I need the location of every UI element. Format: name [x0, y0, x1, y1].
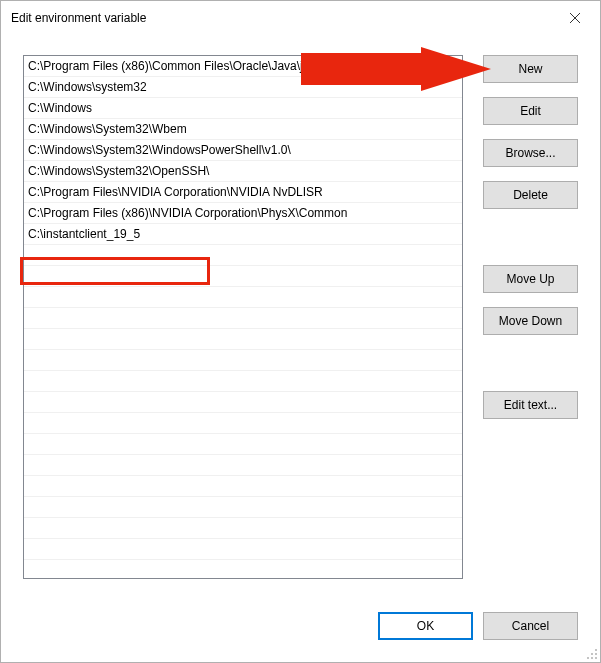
list-item[interactable]: C:\Windows\System32\WindowsPowerShell\v1… [24, 140, 462, 161]
move-up-button[interactable]: Move Up [483, 265, 578, 293]
svg-point-8 [595, 657, 597, 659]
ok-button[interactable]: OK [378, 612, 473, 640]
edit-text-button[interactable]: Edit text... [483, 391, 578, 419]
list-item-empty[interactable]: . [24, 434, 462, 455]
list-item-empty[interactable]: . [24, 350, 462, 371]
list-item[interactable]: C:\Program Files\NVIDIA Corporation\NVID… [24, 182, 462, 203]
list-item[interactable]: C:\Program Files (x86)\NVIDIA Corporatio… [24, 203, 462, 224]
list-item[interactable]: C:\Windows\System32\Wbem [24, 119, 462, 140]
browse-button[interactable]: Browse... [483, 139, 578, 167]
button-column: New Edit Browse... Delete Move Up Move D… [483, 55, 578, 419]
list-item[interactable]: C:\instantclient_19_5 [24, 224, 462, 245]
svg-point-5 [595, 653, 597, 655]
resize-grip-icon[interactable] [586, 648, 598, 660]
list-item-empty[interactable]: . [24, 476, 462, 497]
window-title: Edit environment variable [11, 11, 552, 25]
move-down-button[interactable]: Move Down [483, 307, 578, 335]
footer-buttons: OK Cancel [378, 612, 578, 640]
list-item[interactable]: C:\Program Files (x86)\Common Files\Orac… [24, 56, 462, 77]
svg-point-7 [591, 657, 593, 659]
list-item-empty[interactable]: . [24, 329, 462, 350]
close-icon [570, 13, 580, 23]
list-item-empty[interactable]: . [24, 245, 462, 266]
list-item-empty[interactable]: . [24, 518, 462, 539]
titlebar: Edit environment variable [1, 1, 600, 35]
list-item-empty[interactable]: . [24, 308, 462, 329]
dialog-window: Edit environment variable C:\Program Fil… [0, 0, 601, 663]
list-item-empty[interactable]: . [24, 392, 462, 413]
svg-point-6 [587, 657, 589, 659]
list-item-empty[interactable]: . [24, 371, 462, 392]
list-item-empty[interactable]: . [24, 287, 462, 308]
list-item[interactable]: C:\Windows\System32\OpenSSH\ [24, 161, 462, 182]
edit-button[interactable]: Edit [483, 97, 578, 125]
list-item[interactable]: C:\Windows\system32 [24, 77, 462, 98]
new-button[interactable]: New [483, 55, 578, 83]
list-item-empty[interactable]: . [24, 497, 462, 518]
list-item-empty[interactable]: . [24, 539, 462, 560]
close-button[interactable] [552, 3, 598, 33]
svg-point-4 [591, 653, 593, 655]
cancel-button[interactable]: Cancel [483, 612, 578, 640]
list-item[interactable]: C:\Windows [24, 98, 462, 119]
list-item-empty[interactable]: . [24, 266, 462, 287]
delete-button[interactable]: Delete [483, 181, 578, 209]
content-area: C:\Program Files (x86)\Common Files\Orac… [23, 55, 578, 640]
list-item-empty[interactable]: . [24, 455, 462, 476]
list-item-empty[interactable]: . [24, 413, 462, 434]
svg-point-3 [595, 649, 597, 651]
path-listbox[interactable]: C:\Program Files (x86)\Common Files\Orac… [23, 55, 463, 579]
